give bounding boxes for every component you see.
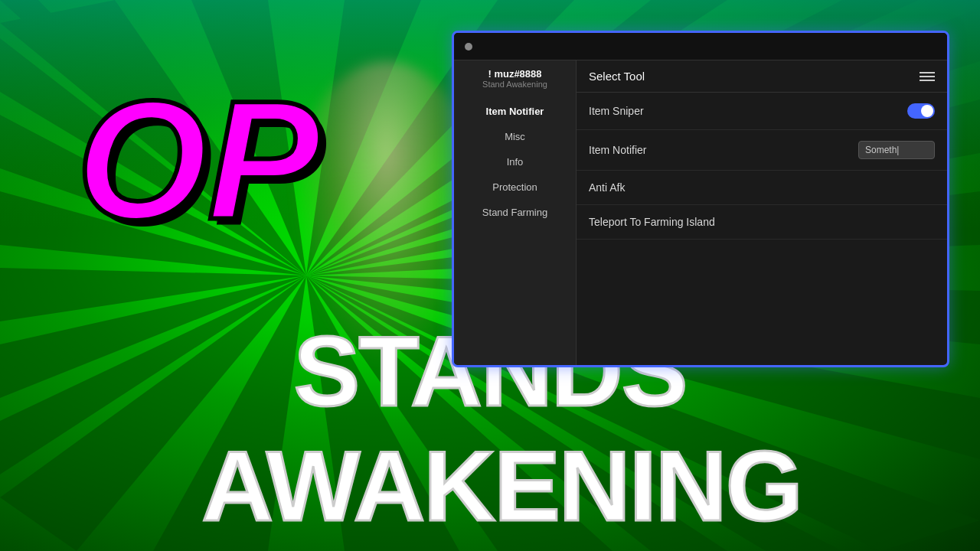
- toggle-item-sniper[interactable]: [907, 103, 935, 119]
- tool-item-anti-afk: Anti Afk: [577, 171, 947, 205]
- sidebar-item-misc[interactable]: Misc: [454, 125, 576, 148]
- tool-item-notifier: Item Notifier: [577, 130, 947, 171]
- tool-item-sniper: Item Sniper: [577, 93, 947, 130]
- content-title: Select Tool: [589, 70, 645, 83]
- panel-titlebar: [454, 33, 947, 60]
- sidebar-item-info[interactable]: Info: [454, 150, 576, 174]
- menu-line-3: [920, 80, 935, 81]
- content-header: Select Tool: [577, 60, 947, 93]
- input-item-notifier[interactable]: [858, 141, 935, 159]
- tool-item-teleport: Teleport To Farming Island: [577, 205, 947, 240]
- menu-icon[interactable]: [920, 72, 935, 81]
- tool-label-anti-afk: Anti Afk: [589, 181, 625, 194]
- sidebar-username: ! muz#8888: [482, 68, 547, 80]
- tool-label-notifier: Item Notifier: [589, 144, 646, 156]
- menu-line-1: [920, 72, 935, 73]
- ui-panel: ! muz#8888 Stand Awakening Item Notifier…: [452, 31, 949, 367]
- op-text: OP: [77, 77, 320, 245]
- toggle-knob-sniper: [921, 105, 933, 117]
- menu-line-2: [920, 76, 935, 77]
- sidebar-user: ! muz#8888 Stand Awakening: [476, 68, 554, 89]
- panel-body: ! muz#8888 Stand Awakening Item Notifier…: [454, 60, 947, 365]
- sidebar-item-item-notifier[interactable]: Item Notifier: [454, 99, 576, 123]
- sidebar-game: Stand Awakening: [482, 80, 547, 89]
- panel-sidebar: ! muz#8888 Stand Awakening Item Notifier…: [454, 60, 577, 365]
- awakening-text: AWAKENING: [201, 430, 802, 542]
- tool-label-sniper: Item Sniper: [589, 105, 644, 117]
- titlebar-dot: [465, 43, 472, 51]
- sidebar-item-stand-farming[interactable]: Stand Farming: [454, 201, 576, 224]
- tool-label-teleport: Teleport To Farming Island: [589, 216, 715, 228]
- sidebar-item-protection[interactable]: Protection: [454, 175, 576, 199]
- panel-content: Select Tool Item Sniper Item Notifier: [577, 60, 947, 365]
